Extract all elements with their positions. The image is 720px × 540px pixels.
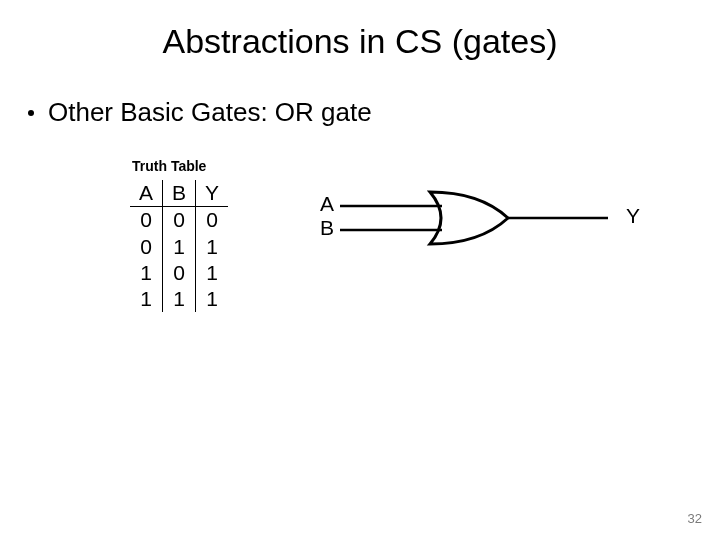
table-header-row: A B Y (130, 180, 228, 207)
gate-output-label: Y (626, 204, 640, 228)
bullet-icon (28, 110, 34, 116)
cell: 0 (163, 260, 196, 286)
cell: 1 (196, 234, 229, 260)
cell: 0 (130, 234, 163, 260)
th-a: A (130, 180, 163, 207)
table-row: 0 1 1 (130, 234, 228, 260)
truth-table-caption: Truth Table (132, 158, 270, 174)
th-b: B (163, 180, 196, 207)
truth-table: A B Y 0 0 0 0 1 1 1 0 1 1 1 1 (130, 180, 228, 312)
table-row: 1 1 1 (130, 286, 228, 312)
cell: 1 (196, 260, 229, 286)
bullet-text: Other Basic Gates: OR gate (48, 97, 372, 128)
gate-input-b-label: B (320, 216, 334, 240)
cell: 0 (130, 207, 163, 234)
cell: 1 (163, 286, 196, 312)
page-number: 32 (688, 511, 702, 526)
slide-title: Abstractions in CS (gates) (0, 22, 720, 61)
cell: 1 (163, 234, 196, 260)
gate-diagram: A B Y (320, 186, 640, 276)
or-gate-icon (340, 186, 620, 256)
bullet-item: Other Basic Gates: OR gate (28, 97, 720, 128)
gate-input-a-label: A (320, 192, 334, 216)
cell: 1 (130, 260, 163, 286)
table-row: 1 0 1 (130, 260, 228, 286)
cell: 1 (196, 286, 229, 312)
th-y: Y (196, 180, 229, 207)
content-row: Truth Table A B Y 0 0 0 0 1 1 1 0 1 (0, 158, 720, 312)
truth-table-block: Truth Table A B Y 0 0 0 0 1 1 1 0 1 (130, 158, 270, 312)
cell: 0 (196, 207, 229, 234)
cell: 0 (163, 207, 196, 234)
cell: 1 (130, 286, 163, 312)
table-row: 0 0 0 (130, 207, 228, 234)
